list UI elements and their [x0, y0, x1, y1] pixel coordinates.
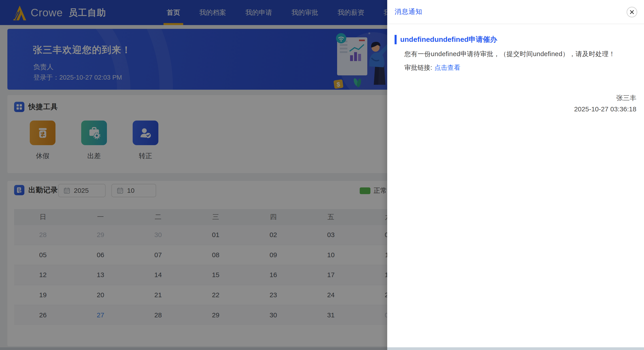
message-body: 您有一份undefined申请待审批，（提交时间undefined），请及时处理…: [404, 50, 615, 58]
view-link[interactable]: 点击查看: [434, 64, 460, 71]
message-timestamp: 2025-10-27 03:36:18: [574, 105, 636, 113]
notification-drawer: 消息通知 undefinedundefined申请催办 您有一份undefine…: [387, 0, 644, 350]
message-item: undefinedundefined申请催办: [394, 35, 497, 44]
drawer-horizontal-scrollbar[interactable]: [387, 347, 644, 350]
message-accent-bar: [394, 35, 396, 44]
drawer-header: 消息通知: [387, 0, 644, 24]
close-icon[interactable]: [626, 7, 637, 18]
message-sender: 张三丰: [616, 94, 636, 103]
message-link-row: 审批链接:点击查看: [404, 63, 460, 72]
approval-link-label: 审批链接:: [404, 64, 432, 71]
drawer-title: 消息通知: [394, 7, 422, 16]
message-title: undefinedundefined申请催办: [400, 35, 497, 44]
